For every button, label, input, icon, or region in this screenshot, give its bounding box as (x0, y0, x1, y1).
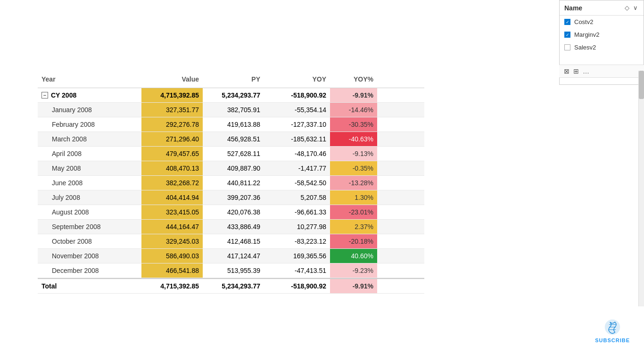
row-name: March 2008 (38, 132, 141, 146)
eraser-icon[interactable]: ◇ (624, 3, 630, 12)
dna-icon (604, 319, 621, 336)
table-rows: January 2008 327,351.77 382,705.91 -55,3… (38, 103, 424, 278)
total-py: 5,234,293.77 (203, 279, 264, 293)
row-yoy-pct: -20.18% (330, 234, 377, 248)
row-name: February 2008 (38, 117, 141, 132)
subscribe-badge: SUBSCRIBE (595, 319, 630, 343)
table-row: November 2008 586,490.03 417,124.47 169,… (38, 249, 424, 263)
row-py: 417,124.47 (203, 249, 264, 263)
table-row: March 2008 271,296.40 456,928.51 -185,63… (38, 132, 424, 147)
row-yoy-pct: -23.01% (330, 205, 377, 219)
subscribe-text: SUBSCRIBE (595, 337, 630, 343)
row-name: April 2008 (38, 147, 141, 161)
total-value: 4,715,392.85 (141, 279, 203, 293)
panel-item-salesv2[interactable]: Salesv2 (560, 41, 644, 54)
row-yoy-pct: -13.28% (330, 176, 377, 190)
row-value: 323,415.05 (141, 205, 203, 219)
row-yoy: 5,207.58 (264, 190, 330, 205)
cy-2008-row: − CY 2008 4,715,392.85 5,234,293.77 -518… (38, 88, 424, 103)
row-name: October 2008 (38, 234, 141, 248)
panel-toolbar: ⊠ ⊞ … (559, 65, 644, 78)
row-name: December 2008 (38, 263, 141, 278)
scrollbar-thumb[interactable] (639, 71, 644, 99)
vertical-scrollbar[interactable] (638, 71, 644, 306)
table-header: Year Value PY YOY YOY% (38, 71, 424, 88)
col-header-year[interactable]: Year (38, 74, 141, 85)
panel-item-costv2[interactable]: ✓ Costv2 (560, 16, 644, 28)
marginv2-label: Marginv2 (574, 31, 599, 38)
row-name: January 2008 (38, 103, 141, 117)
panel-item-marginv2[interactable]: ✓ Marginv2 (560, 28, 644, 41)
row-value: 382,268.72 (141, 176, 203, 190)
chevron-down-icon[interactable]: ∨ (632, 3, 639, 12)
row-py: 433,886.49 (203, 220, 264, 234)
row-value: 329,245.03 (141, 234, 203, 248)
row-yoy: -55,354.14 (264, 103, 330, 117)
row-py: 527,628.11 (203, 147, 264, 161)
panel-header: Name ◇ ∨ (560, 0, 644, 16)
row-yoy-pct: 40.60% (330, 249, 377, 263)
row-yoy-pct: -40.63% (330, 132, 377, 146)
row-py: 456,928.51 (203, 132, 264, 146)
row-yoy-pct: 2.37% (330, 220, 377, 234)
col-header-yoy[interactable]: YOY (264, 74, 330, 85)
row-value: 586,490.03 (141, 249, 203, 263)
panel-icon-group: ◇ ∨ (624, 3, 639, 12)
row-value: 444,164.47 (141, 220, 203, 234)
table-row: January 2008 327,351.77 382,705.91 -55,3… (38, 103, 424, 117)
row-name: August 2008 (38, 205, 141, 219)
table-row: April 2008 479,457.65 527,628.11 -48,170… (38, 147, 424, 161)
row-value: 404,414.94 (141, 190, 203, 205)
row-py: 420,076.38 (203, 205, 264, 219)
row-yoy-pct: -0.35% (330, 161, 377, 175)
row-yoy: -1,417.77 (264, 161, 330, 175)
table-row: August 2008 323,415.05 420,076.38 -96,66… (38, 205, 424, 220)
row-value: 408,470.13 (141, 161, 203, 175)
row-yoy-pct: -9.13% (330, 147, 377, 161)
table-row: October 2008 329,245.03 412,468.15 -83,2… (38, 234, 424, 249)
more-icon[interactable]: … (583, 67, 589, 75)
marginv2-checkbox[interactable]: ✓ (564, 32, 570, 38)
row-py: 409,887.90 (203, 161, 264, 175)
row-name: July 2008 (38, 190, 141, 205)
total-yoy-pct: -9.91% (330, 279, 377, 293)
total-yoy: -518,900.92 (264, 279, 330, 293)
row-yoy: -96,661.33 (264, 205, 330, 219)
costv2-checkbox[interactable]: ✓ (564, 19, 570, 25)
row-py: 399,207.36 (203, 190, 264, 205)
row-yoy-pct: 1.30% (330, 190, 377, 205)
table-row: May 2008 408,470.13 409,887.90 -1,417.77… (38, 161, 424, 176)
row-py: 412,468.15 (203, 234, 264, 248)
row-value: 292,276.78 (141, 117, 203, 132)
row-value: 479,457.65 (141, 147, 203, 161)
row-name: June 2008 (38, 176, 141, 190)
row-yoy: 169,365.56 (264, 249, 330, 263)
total-name: Total (38, 279, 141, 293)
costv2-label: Costv2 (574, 18, 593, 25)
collapse-icon[interactable]: − (41, 92, 48, 99)
panel-title: Name (564, 4, 582, 12)
row-yoy: -58,542.50 (264, 176, 330, 190)
col-header-value[interactable]: Value (141, 74, 203, 85)
row-value: 271,296.40 (141, 132, 203, 146)
row-py: 382,705.91 (203, 103, 264, 117)
row-name: November 2008 (38, 249, 141, 263)
row-py: 419,613.88 (203, 117, 264, 132)
row-value: 327,351.77 (141, 103, 203, 117)
table-row: September 2008 444,164.47 433,886.49 10,… (38, 220, 424, 234)
cy-2008-py: 5,234,293.77 (203, 88, 264, 102)
row-yoy: 10,277.98 (264, 220, 330, 234)
grid-icon[interactable]: ⊞ (573, 67, 579, 75)
row-yoy: -47,413.51 (264, 263, 330, 278)
row-yoy-pct: -14.46% (330, 103, 377, 117)
salesv2-checkbox[interactable] (564, 44, 570, 50)
cy-2008-value: 4,715,392.85 (141, 88, 203, 102)
cy-2008-name: − CY 2008 (38, 88, 141, 102)
filter-icon[interactable]: ⊠ (564, 67, 570, 75)
row-yoy: -185,632.11 (264, 132, 330, 146)
row-yoy: -127,337.10 (264, 117, 330, 132)
col-header-yoy-pct[interactable]: YOY% (330, 74, 377, 85)
col-header-py[interactable]: PY (203, 74, 264, 85)
row-value: 466,541.88 (141, 263, 203, 278)
row-name: September 2008 (38, 220, 141, 234)
